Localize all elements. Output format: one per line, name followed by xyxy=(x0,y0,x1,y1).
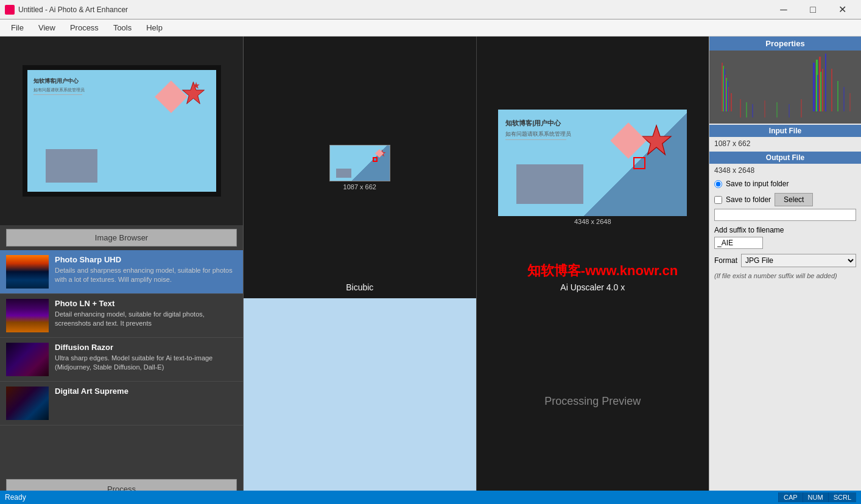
model-desc-1: Detail enhancing model, suitable for dig… xyxy=(55,310,237,329)
model-desc-2: Ultra sharp edges. Model suitable for Ai… xyxy=(55,354,237,373)
model-desc-0: Details and sharpness enhancing model, s… xyxy=(55,266,237,285)
save-to-input-option: Save to input folder xyxy=(709,177,861,191)
model-list: Photo Sharp UHD Details and sharpness en… xyxy=(0,250,243,474)
model-name-3: Digital Art Supreme xyxy=(55,387,237,396)
svg-rect-16 xyxy=(727,81,728,111)
folder-path-input[interactable] xyxy=(714,209,856,221)
status-ready-text: Ready xyxy=(5,493,778,502)
ai-upscaler-label: Ai Upscaler 4.0 x xyxy=(560,282,625,292)
svg-rect-21 xyxy=(752,104,753,117)
model-name-2: Diffusion Razor xyxy=(55,343,237,352)
menu-help[interactable]: Help xyxy=(140,21,169,35)
menu-process[interactable]: Process xyxy=(64,21,105,35)
folder-path-container xyxy=(709,209,861,223)
bottom-split: Processing Preview xyxy=(244,298,709,504)
svg-rect-25 xyxy=(801,99,802,117)
svg-rect-29 xyxy=(843,87,845,111)
red-square-large xyxy=(633,157,645,169)
properties-title: Properties xyxy=(709,37,861,51)
histogram-chart xyxy=(709,51,861,124)
model-name-1: Photo LN + Text xyxy=(55,299,237,308)
save-to-folder-checkbox[interactable] xyxy=(714,196,722,204)
model-item-photo-ln-text[interactable]: Photo LN + Text Detail enhancing model, … xyxy=(0,294,243,338)
menu-tools[interactable]: Tools xyxy=(107,21,138,35)
svg-rect-24 xyxy=(789,104,790,117)
svg-rect-19 xyxy=(740,99,741,117)
model-thumb-digital-art xyxy=(6,387,49,420)
app-icon xyxy=(5,5,15,15)
card-text-large: 知软博客|用户中心 如有问题请联系系统管理员 xyxy=(505,119,571,140)
save-to-input-radio[interactable] xyxy=(714,180,722,188)
maximize-button[interactable]: □ xyxy=(799,0,827,19)
svg-rect-14 xyxy=(820,72,821,111)
svg-rect-22 xyxy=(764,100,765,117)
model-item-diffusion-razor[interactable]: Diffusion Razor Ultra sharp edges. Model… xyxy=(0,338,243,382)
card-text: 知软博客|用户中心 如有问题请联系系统管理员 xyxy=(33,77,85,95)
input-dimensions: 1087 x 662 xyxy=(709,137,861,150)
format-label: Format xyxy=(714,256,737,265)
svg-rect-12 xyxy=(726,78,727,111)
model-thumb-photo-ln xyxy=(6,299,49,332)
output-dimensions: 4348 x 2648 xyxy=(709,164,861,177)
svg-rect-5 xyxy=(722,63,723,111)
bicubic-panel: 1087 x 662 Bicubic xyxy=(244,37,476,298)
num-indicator: NUM xyxy=(803,492,828,502)
rect-small xyxy=(336,169,351,178)
svg-marker-0 xyxy=(182,82,204,104)
select-folder-button[interactable]: Select xyxy=(775,193,813,206)
title-bar: Untitled - Ai Photo & Art Enhancer ─ □ ✕ xyxy=(0,0,861,19)
cap-indicator: CAP xyxy=(778,492,803,502)
svg-rect-17 xyxy=(813,63,815,111)
model-name-0: Photo Sharp UHD xyxy=(55,255,237,264)
svg-rect-27 xyxy=(831,69,832,111)
red-square-small xyxy=(373,157,378,162)
histogram-area xyxy=(709,51,861,124)
svg-rect-20 xyxy=(746,102,747,117)
bicubic-label: Bicubic xyxy=(346,282,373,292)
properties-panel: Properties xyxy=(709,37,861,504)
preview-frame: 知软博客|用户中心 如有问题请联系系统管理员 xyxy=(23,65,221,197)
large-preview-image: 知软博客|用户中心 如有问题请联系系统管理员 xyxy=(498,110,687,216)
status-indicators: CAP NUM SCRL xyxy=(778,492,856,502)
svg-rect-18 xyxy=(817,75,818,111)
left-panel: 知软博客|用户中心 如有问题请联系系统管理员 Image Browser Pho… xyxy=(0,37,244,504)
menu-view[interactable]: View xyxy=(32,21,62,35)
main-preview-image: 知软博客|用户中心 如有问题请联系系统管理员 xyxy=(27,70,216,192)
bottom-right-panel: Processing Preview xyxy=(476,298,709,504)
bottom-left-panel xyxy=(244,298,476,504)
save-to-folder-option: Save to folder Select xyxy=(709,191,861,209)
output-file-header: Output File xyxy=(709,152,861,164)
top-split-area: 1087 x 662 Bicubic xyxy=(244,37,709,298)
center-panel: 1087 x 662 Bicubic xyxy=(244,37,709,504)
close-button[interactable]: ✕ xyxy=(828,0,856,19)
input-file-header: Input File xyxy=(709,125,861,137)
format-select[interactable]: JPG File PNG File TIFF File xyxy=(741,254,856,267)
save-to-input-label: Save to input folder xyxy=(726,180,789,188)
large-preview-size: 4348 x 2648 xyxy=(498,218,687,225)
processing-preview-label: Processing Preview xyxy=(544,395,641,408)
model-thumb-photo-sharp xyxy=(6,255,49,289)
rect-large xyxy=(516,164,583,204)
svg-rect-11 xyxy=(723,66,724,111)
note-text: (If file exist a number suffix will be a… xyxy=(709,270,861,282)
model-info-photo-ln: Photo LN + Text Detail enhancing model, … xyxy=(55,299,237,329)
small-preview-size: 1087 x 662 xyxy=(329,183,390,191)
menu-bar: File View Process Tools Help xyxy=(0,19,861,37)
title-bar-left: Untitled - Ai Photo & Art Enhancer xyxy=(5,5,128,15)
minimize-button[interactable]: ─ xyxy=(770,0,798,19)
model-thumb-diffusion xyxy=(6,343,49,376)
menu-file[interactable]: File xyxy=(5,21,30,35)
image-browser-button[interactable]: Image Browser xyxy=(6,229,237,247)
small-preview-container: 1087 x 662 xyxy=(329,145,390,191)
large-preview-container: 知软博客|用户中心 如有问题请联系系统管理员 4348 x 2648 xyxy=(498,110,687,225)
rect-decoration xyxy=(46,149,97,183)
svg-rect-10 xyxy=(822,69,823,111)
suffix-input-container xyxy=(709,237,861,251)
svg-rect-8 xyxy=(731,93,732,111)
model-item-photo-sharp-uhd[interactable]: Photo Sharp UHD Details and sharpness en… xyxy=(0,250,243,294)
save-to-folder-label: Save to folder xyxy=(726,195,771,204)
suffix-input[interactable] xyxy=(714,237,763,249)
model-item-digital-art[interactable]: Digital Art Supreme xyxy=(0,382,243,425)
small-preview-image xyxy=(329,145,390,181)
svg-rect-15 xyxy=(724,69,725,111)
